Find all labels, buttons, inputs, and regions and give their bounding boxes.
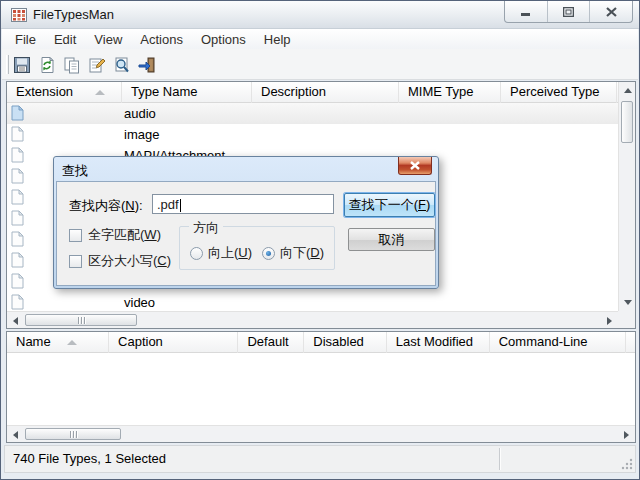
column-perceived-type[interactable]: Perceived Type bbox=[501, 82, 617, 103]
column-description[interactable]: Description bbox=[252, 82, 399, 103]
column-name-label: Name bbox=[16, 334, 51, 349]
arrow-right-icon bbox=[607, 317, 612, 325]
cancel-button[interactable]: 取消 bbox=[348, 228, 435, 251]
button-text: 查找下一个( bbox=[349, 197, 418, 212]
list-item-image[interactable]: image bbox=[7, 124, 618, 145]
menu-help[interactable]: Help bbox=[255, 30, 300, 49]
arrow-up-icon bbox=[624, 88, 632, 93]
file-icon bbox=[11, 105, 24, 121]
find-dialog: 查找 查找内容(N): .pdf 查找下一个(F) 取消 全字匹配(W) bbox=[53, 156, 439, 289]
properties-button[interactable] bbox=[85, 52, 109, 77]
menu-actions[interactable]: Actions bbox=[131, 30, 192, 49]
sort-ascending-icon bbox=[67, 340, 77, 345]
status-divider bbox=[499, 448, 500, 470]
menu-options[interactable]: Options bbox=[192, 30, 255, 49]
label-text: 向下( bbox=[280, 245, 310, 260]
label-text: 区分大小写( bbox=[88, 253, 157, 268]
column-default[interactable]: Default bbox=[238, 332, 304, 353]
column-type-name[interactable]: Type Name bbox=[122, 82, 252, 103]
actions-list bbox=[7, 353, 635, 425]
button-text: ) bbox=[426, 197, 430, 212]
scrollbar-corner bbox=[618, 311, 635, 328]
save-button[interactable] bbox=[10, 52, 34, 77]
save-icon bbox=[13, 56, 31, 74]
column-disabled[interactable]: Disabled bbox=[304, 332, 386, 353]
find-input-value: .pdf bbox=[157, 197, 179, 212]
access-key: W bbox=[144, 227, 156, 242]
close-button[interactable] bbox=[589, 1, 632, 22]
label-text: 全字匹配( bbox=[88, 227, 144, 242]
menu-edit[interactable]: Edit bbox=[45, 30, 85, 49]
column-caption[interactable]: Caption bbox=[109, 332, 238, 353]
column-extension-label: Extension bbox=[16, 84, 73, 99]
title-bar[interactable]: FileTypesMan bbox=[1, 1, 639, 29]
copy-button[interactable] bbox=[60, 52, 84, 77]
scroll-right-button[interactable] bbox=[601, 312, 618, 329]
find-button[interactable] bbox=[110, 52, 134, 77]
status-bar: 740 File Types, 1 Selected bbox=[4, 445, 636, 473]
column-description-label: Description bbox=[261, 84, 326, 99]
toolbar-gripper[interactable] bbox=[6, 55, 9, 74]
checkbox-label: 区分大小写(C) bbox=[88, 252, 171, 270]
find-next-button[interactable]: 查找下一个(F) bbox=[344, 193, 435, 217]
horizontal-scrollbar[interactable] bbox=[7, 425, 635, 442]
find-input[interactable]: .pdf bbox=[152, 194, 334, 214]
refresh-icon bbox=[38, 56, 56, 74]
column-last-modified[interactable]: Last Modified bbox=[387, 332, 490, 353]
column-name[interactable]: Name bbox=[7, 332, 109, 353]
menu-bar: File Edit View Actions Options Help bbox=[2, 29, 638, 49]
file-icon bbox=[11, 210, 24, 226]
copy-icon bbox=[63, 56, 81, 74]
file-icon bbox=[11, 168, 24, 184]
properties-icon bbox=[88, 56, 106, 74]
minimize-button[interactable] bbox=[505, 1, 547, 22]
thumb-grip-icon bbox=[73, 431, 74, 438]
scroll-up-button[interactable] bbox=[619, 82, 636, 99]
column-default-label: Default bbox=[247, 334, 288, 349]
close-icon bbox=[606, 7, 617, 17]
column-perceived-type-label: Perceived Type bbox=[510, 84, 599, 99]
scroll-left-button[interactable] bbox=[7, 426, 24, 443]
access-key: N bbox=[125, 198, 134, 213]
column-mime-type[interactable]: MIME Type bbox=[399, 82, 501, 103]
list-item-video[interactable]: video bbox=[7, 292, 618, 311]
direction-up-radio[interactable]: 向上(U) bbox=[190, 244, 252, 262]
type-name-cell: video bbox=[124, 295, 155, 310]
menu-file[interactable]: File bbox=[6, 30, 45, 49]
scroll-right-button[interactable] bbox=[618, 426, 635, 443]
direction-group-label: 方向 bbox=[189, 219, 223, 237]
actions-header: Name Caption Default Disabled Last Modif… bbox=[7, 332, 635, 353]
match-case-checkbox[interactable]: 区分大小写(C) bbox=[69, 252, 171, 270]
exit-button[interactable] bbox=[135, 52, 159, 77]
column-command-line[interactable]: Command-Line bbox=[490, 332, 626, 353]
file-icon bbox=[11, 273, 24, 289]
thumb-grip-icon bbox=[70, 431, 71, 438]
find-what-label: 查找内容(N): bbox=[69, 197, 143, 215]
vertical-scroll-thumb[interactable] bbox=[621, 101, 633, 143]
file-icon bbox=[11, 147, 24, 163]
status-text: 740 File Types, 1 Selected bbox=[13, 451, 166, 466]
dialog-close-button[interactable] bbox=[398, 157, 432, 175]
horizontal-scroll-thumb[interactable] bbox=[25, 428, 121, 440]
direction-down-radio[interactable]: 向下(D) bbox=[262, 244, 324, 262]
refresh-button[interactable] bbox=[35, 52, 59, 77]
horizontal-scrollbar[interactable] bbox=[7, 311, 618, 328]
column-caption-label: Caption bbox=[118, 334, 163, 349]
scroll-down-button[interactable] bbox=[619, 294, 636, 311]
horizontal-scroll-thumb[interactable] bbox=[25, 314, 137, 326]
radio-label: 向下(D) bbox=[280, 244, 324, 262]
list-item-audio[interactable]: audio bbox=[7, 103, 618, 124]
file-icon bbox=[11, 252, 24, 268]
access-key: C bbox=[157, 253, 166, 268]
text-caret bbox=[180, 199, 181, 212]
resize-grip[interactable] bbox=[621, 458, 633, 470]
maximize-button[interactable] bbox=[547, 1, 590, 22]
column-command-line-label: Command-Line bbox=[499, 334, 588, 349]
label-text: ) bbox=[248, 245, 252, 260]
scroll-left-button[interactable] bbox=[7, 312, 24, 329]
menu-view[interactable]: View bbox=[85, 30, 131, 49]
column-mime-type-label: MIME Type bbox=[408, 84, 474, 99]
whole-word-checkbox[interactable]: 全字匹配(W) bbox=[69, 226, 161, 244]
column-extension[interactable]: Extension bbox=[7, 82, 122, 103]
vertical-scrollbar[interactable] bbox=[618, 82, 635, 311]
